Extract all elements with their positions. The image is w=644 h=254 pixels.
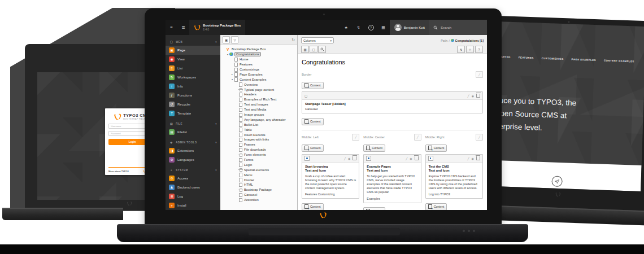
delete-icon[interactable] <box>353 156 356 160</box>
checkbox-icon[interactable] <box>304 94 307 98</box>
module-menu-entry[interactable]: ⊕ Languages <box>166 155 220 164</box>
tree-item[interactable]: Forms <box>221 157 296 163</box>
tree-item[interactable]: Bootstrap Package <box>221 187 296 192</box>
page-view-icon[interactable] <box>310 46 317 53</box>
cache-icon[interactable] <box>457 46 465 53</box>
tree-item[interactable]: Bootstrap Package Box <box>221 47 296 52</box>
search-input[interactable] <box>440 25 477 30</box>
tree-item[interactable]: Special elements <box>221 167 296 172</box>
delete-icon[interactable] <box>415 156 419 160</box>
tree-item[interactable]: Carousel <box>221 192 296 198</box>
edit-column-icon[interactable] <box>476 71 483 78</box>
help-icon[interactable] <box>475 46 483 53</box>
help-icon[interactable] <box>365 20 377 35</box>
site-nav-item[interactable]: CUSTOMIZINGS <box>542 57 564 60</box>
module-menu-entry[interactable]: ◉ View <box>166 55 220 64</box>
add-content-button[interactable]: Content <box>302 144 324 152</box>
tree-item[interactable]: Any language, any character <box>221 117 296 122</box>
add-content-button[interactable]: Content <box>302 118 324 125</box>
module-menu-entry[interactable]: ▤ FILE <box>166 120 220 128</box>
tree-item[interactable]: Customizings <box>221 67 296 72</box>
tree-item[interactable]: Bullet List <box>221 122 296 127</box>
site-nav-item[interactable]: FEATURES <box>519 56 534 59</box>
content-element-header[interactable] <box>302 155 359 163</box>
tree-item[interactable]: Insert Records <box>221 132 296 137</box>
modules-grid-icon[interactable] <box>377 20 390 35</box>
tree-item[interactable]: Home <box>221 57 296 62</box>
edit-icon[interactable] <box>468 94 469 98</box>
view-mode-select[interactable]: Columns <box>301 37 334 43</box>
add-content-button[interactable]: Content <box>302 203 324 210</box>
content-element-header[interactable] <box>364 155 420 163</box>
tree-item[interactable]: ▾ Content Examples <box>221 77 296 82</box>
edit-icon[interactable] <box>406 157 407 160</box>
module-menu-entry[interactable]: ≣ Log <box>166 192 220 201</box>
tree-item[interactable]: Accordion <box>221 198 296 203</box>
delete-icon[interactable] <box>476 94 480 98</box>
user-menu[interactable]: Benjamin Kott <box>390 20 429 35</box>
visibility-icon[interactable] <box>348 157 350 160</box>
tree-item[interactable]: HTML <box>221 182 296 187</box>
tree-item[interactable]: File downloads <box>221 147 296 152</box>
tree-item[interactable]: Headers <box>221 92 296 97</box>
tree-item[interactable]: Login <box>221 162 296 167</box>
module-menu-entry[interactable]: T Template <box>166 109 220 118</box>
add-content-button[interactable]: Content <box>363 207 385 210</box>
tree-item[interactable]: Features <box>221 62 296 67</box>
module-menu-entry[interactable]: ◆ ADMIN TOOLS <box>166 138 220 146</box>
columns-view-icon[interactable] <box>301 46 309 53</box>
new-page-icon[interactable] <box>223 36 230 43</box>
module-menu-entry[interactable]: + SYSTEM <box>166 166 220 174</box>
module-menu-entry[interactable]: ▢ WEB <box>166 38 220 46</box>
edit-icon[interactable] <box>344 157 346 160</box>
tree-item[interactable]: Images with links <box>221 137 296 142</box>
tree-item[interactable]: Frames <box>221 142 296 147</box>
tree-item[interactable]: Overview <box>221 82 296 87</box>
bookmark-icon[interactable] <box>340 20 353 35</box>
module-menu-entry[interactable]: ⊙ Access <box>166 174 220 183</box>
backend-logo-block[interactable]: Bootstrap Package Box 8.4.0 <box>189 20 245 35</box>
refresh-icon[interactable] <box>291 38 295 42</box>
content-element-links[interactable]: Examples <box>367 197 417 200</box>
content-element-links[interactable]: Features Customizing <box>305 192 356 196</box>
delete-icon[interactable] <box>476 156 480 160</box>
visibility-icon[interactable] <box>472 94 474 98</box>
content-element-header[interactable] <box>302 92 482 100</box>
module-menu-entry[interactable]: ♟ Backend users <box>166 183 220 192</box>
content-element-links[interactable]: Log into TYPO3 <box>429 192 480 196</box>
add-content-button[interactable]: Content <box>363 144 385 152</box>
module-menu-entry[interactable]: i Info <box>166 82 220 91</box>
send-button[interactable] <box>551 176 563 187</box>
filter-icon[interactable] <box>231 36 238 43</box>
topbar-search[interactable] <box>429 20 487 35</box>
site-nav-item[interactable]: PAGE EXAMPLES <box>572 58 596 62</box>
site-nav-item[interactable]: CONTENT EXAMPLES <box>604 59 634 63</box>
module-menu-entry[interactable]: ◨ Extensions <box>166 146 220 155</box>
module-menu-entry[interactable]: ↻ Workspaces <box>166 73 220 82</box>
tree-item[interactable]: Image groups <box>221 112 296 117</box>
module-menu-entry[interactable]: ƒ Functions <box>166 91 220 100</box>
clear-cache-icon[interactable] <box>353 20 365 35</box>
edit-column-icon[interactable] <box>476 134 483 141</box>
tree-item[interactable]: Divider <box>221 177 296 182</box>
edit-icon[interactable] <box>468 157 469 160</box>
tree-item[interactable]: Examples of Rich Text <box>221 97 296 102</box>
visibility-icon[interactable] <box>410 157 412 160</box>
tree-item[interactable]: Typical page content <box>221 87 296 92</box>
search-view-button[interactable] <box>318 46 326 53</box>
add-content-button[interactable]: Content <box>302 82 324 89</box>
tree-item[interactable]: Text and Media <box>221 107 296 112</box>
add-content-button[interactable]: Content <box>425 144 447 152</box>
tree-item[interactable]: Form elements <box>221 152 296 157</box>
edit-column-icon[interactable] <box>352 134 359 141</box>
edit-column-icon[interactable] <box>414 134 421 141</box>
add-content-button[interactable]: Content <box>425 203 447 210</box>
tree-item[interactable]: ▾ Congratulations <box>221 52 296 57</box>
module-menu-entry[interactable]: ▣ Page <box>166 46 220 55</box>
tree-item[interactable]: Table <box>221 127 296 132</box>
tree-item[interactable]: Text and Images <box>221 102 296 107</box>
navigation-toggle-icon[interactable] <box>177 20 189 35</box>
menu-toggle-icon[interactable] <box>166 20 177 35</box>
visibility-icon[interactable] <box>472 157 474 160</box>
module-menu-entry[interactable]: ▤ Filelist <box>166 128 220 137</box>
